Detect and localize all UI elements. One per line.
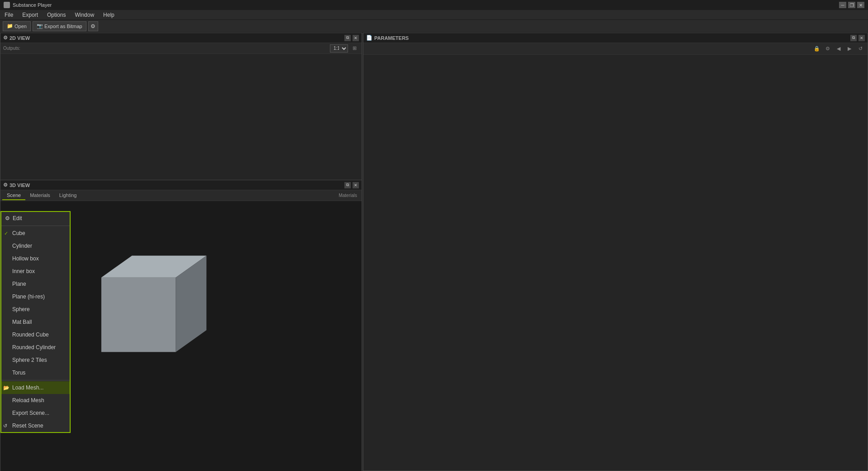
menu-export[interactable]: Export <box>18 11 43 19</box>
menu-rounded-cylinder[interactable]: Rounded Cylinder <box>1 341 70 354</box>
panel-params-maximize-button[interactable]: ⧉ <box>850 35 857 41</box>
menu-window[interactable]: Window <box>70 11 99 19</box>
panel-2d-maximize-button[interactable]: ⧉ <box>344 35 351 41</box>
camera-icon: 📷 <box>37 23 43 29</box>
load-mesh-icon: 📂 <box>3 385 10 391</box>
tab-lighting[interactable]: Lighting <box>55 191 81 200</box>
zoom-dropdown[interactable]: 1:1 1:2 2:1 <box>330 44 348 53</box>
close-button[interactable]: ✕ <box>857 2 864 8</box>
menu-load-mesh[interactable]: 📂 Load Mesh... <box>1 381 70 394</box>
panel-2d-toolbar: Outputs: 1:1 1:2 2:1 ⊞ <box>0 43 362 54</box>
panel-3d-title-area: ⚙ 3D VIEW <box>3 182 30 188</box>
menu-torus[interactable]: Torus <box>1 366 70 379</box>
panel-3d-maximize-button[interactable]: ⧉ <box>344 182 351 188</box>
settings-button[interactable]: ⚙ <box>88 21 98 31</box>
menu-file[interactable]: File <box>0 11 18 19</box>
params-refresh-button[interactable]: ↺ <box>856 45 865 53</box>
menu-reset-scene[interactable]: ↺ Reset Scene <box>1 419 70 432</box>
app-title: Substance Player <box>13 2 52 8</box>
menu-cube[interactable]: Cube <box>1 227 70 240</box>
panel-2d-title: 2D VIEW <box>10 35 30 41</box>
menu-reload-mesh[interactable]: Reload Mesh <box>1 394 70 407</box>
menu-inner-box[interactable]: Inner box <box>1 265 70 278</box>
restore-button[interactable]: ❐ <box>848 2 855 8</box>
panel-params-close-button[interactable]: ✕ <box>858 35 865 41</box>
gear-icon: ⚙ <box>91 23 95 29</box>
panel-parameters: 📄 PARAMETERS ⧉ ✕ 🔒 ⚙ ◀ ▶ ↺ <box>363 33 868 471</box>
panel-2d-title-area: ⚙ 2D VIEW <box>3 35 30 41</box>
fit-view-button[interactable]: ⊞ <box>350 44 359 53</box>
outputs-label: Outputs: <box>3 46 20 51</box>
panel-params-header: 📄 PARAMETERS ⧉ ✕ <box>363 33 868 43</box>
title-bar: Substance Player ─ ❐ ✕ <box>0 0 868 10</box>
menu-bar: File Export Options Window Help <box>0 10 868 20</box>
panel-3d-header: ⚙ 3D VIEW ⧉ ✕ <box>0 180 362 190</box>
app-icon <box>4 2 10 8</box>
panel-2d: ⚙ 2D VIEW ⧉ ✕ Outputs: 1:1 1:2 2:1 ⊞ <box>0 33 362 180</box>
panel-params-controls[interactable]: ⧉ ✕ <box>850 35 865 41</box>
panel-params-title: PARAMETERS <box>374 35 409 41</box>
params-toolbar: 🔒 ⚙ ◀ ▶ ↺ <box>363 43 868 55</box>
tab-materials[interactable]: Materials <box>25 191 55 200</box>
cube-render <box>73 234 209 370</box>
lock-button[interactable]: 🔒 <box>812 45 821 53</box>
panel-3d-title: 3D VIEW <box>10 183 30 188</box>
menu-sphere[interactable]: Sphere <box>1 303 70 316</box>
menu-plane-hires[interactable]: Plane (hi-res) <box>1 290 70 303</box>
panel-3d-close-button[interactable]: ✕ <box>353 182 359 188</box>
edit-label: Edit <box>13 215 22 221</box>
panel-params-title-area: 📄 PARAMETERS <box>366 35 409 41</box>
params-prev-button[interactable]: ◀ <box>834 45 843 53</box>
panel-2d-header: ⚙ 2D VIEW ⧉ ✕ <box>0 33 362 43</box>
scene-dropdown-menu: ⚙ Edit Cube Cylinder Hollow box I <box>0 211 71 433</box>
menu-export-scene[interactable]: Export Scene... <box>1 407 70 419</box>
title-bar-controls[interactable]: ─ ❐ ✕ <box>839 2 864 8</box>
tab-scene[interactable]: Scene <box>2 191 25 200</box>
params-next-button[interactable]: ▶ <box>845 45 854 53</box>
main-area: ⚙ 2D VIEW ⧉ ✕ Outputs: 1:1 1:2 2:1 ⊞ 📄 <box>0 33 868 471</box>
reset-icon: ↺ <box>3 423 7 429</box>
panel-3d-controls[interactable]: ⧉ ✕ <box>344 182 359 188</box>
menu-sphere-2-tiles[interactable]: Sphere 2 Tiles <box>1 354 70 366</box>
menu-separator-2 <box>1 380 70 380</box>
params-settings-button[interactable]: ⚙ <box>823 45 832 53</box>
menu-rounded-cube[interactable]: Rounded Cube <box>1 328 70 341</box>
panel-2d-gear-icon: ⚙ <box>3 35 8 41</box>
panel-2d-close-button[interactable]: ✕ <box>353 35 359 41</box>
folder-icon: 📁 <box>7 23 13 29</box>
main-toolbar: 📁 Open 📷 Export as Bitmap ⚙ <box>0 20 868 33</box>
dropdown-edit-item[interactable]: ⚙ Edit <box>1 212 70 225</box>
panel-3d-tabs: Scene Materials Lighting Materials <box>0 190 362 201</box>
title-bar-left: Substance Player <box>4 2 52 8</box>
menu-separator-1 <box>1 226 70 226</box>
menu-help[interactable]: Help <box>99 11 119 19</box>
menu-plane[interactable]: Plane <box>1 278 70 290</box>
panel-3d-gear-icon: ⚙ <box>3 182 8 188</box>
open-button[interactable]: 📁 Open <box>3 21 31 31</box>
cube-svg <box>73 234 209 370</box>
svg-marker-0 <box>101 278 176 352</box>
materials-label: Materials <box>336 193 360 198</box>
menu-cylinder[interactable]: Cylinder <box>1 240 70 252</box>
panel-3d: ⚙ 3D VIEW ⧉ ✕ Scene Materials Lighting M… <box>0 180 362 471</box>
minimize-button[interactable]: ─ <box>839 2 846 8</box>
menu-hollow-box[interactable]: Hollow box <box>1 252 70 265</box>
panel-3d-body: Scene Materials Lighting Materials ⚙ Edi… <box>0 190 362 471</box>
params-content <box>363 55 868 471</box>
panel-2d-controls[interactable]: ⧉ ✕ <box>344 35 359 41</box>
panel-2d-content <box>0 54 362 180</box>
panel-params-doc-icon: 📄 <box>366 35 372 41</box>
menu-options[interactable]: Options <box>43 11 70 19</box>
export-bitmap-button[interactable]: 📷 Export as Bitmap <box>33 21 86 31</box>
gear-small-icon: ⚙ <box>5 215 10 221</box>
menu-mat-ball[interactable]: Mat Ball <box>1 316 70 328</box>
